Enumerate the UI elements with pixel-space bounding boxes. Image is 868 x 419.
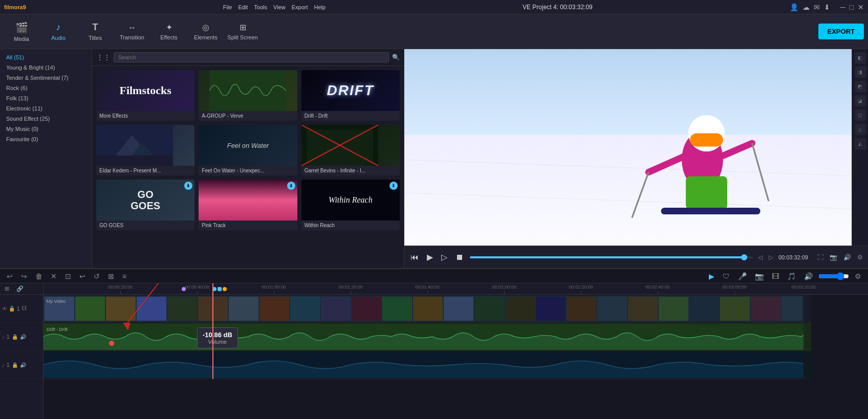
play-button[interactable]: ▶ — [425, 250, 435, 264]
volume-slider[interactable] — [818, 272, 849, 280]
cut-button[interactable]: ✕ — [48, 271, 59, 281]
volume-icon[interactable]: 🔊 — [842, 253, 852, 262]
rotate-button[interactable]: ↩ — [77, 271, 88, 281]
grid-icon[interactable]: ⋮⋮ — [96, 53, 111, 61]
search-input[interactable] — [114, 52, 389, 62]
toolbar-effects[interactable]: ✦ Effects — [151, 16, 186, 47]
close-button[interactable]: ✕ — [858, 3, 864, 11]
toolbar-splitscreen[interactable]: ⊞ Split Screen — [225, 16, 260, 47]
shield-button[interactable]: 🛡 — [720, 271, 732, 281]
menu-file[interactable]: File — [223, 4, 232, 10]
minimize-button[interactable]: ─ — [840, 3, 845, 11]
render-button[interactable]: 🎞 — [769, 271, 782, 281]
panel-btn-6[interactable]: ◬ — [855, 124, 866, 135]
audio-card-feetonwater[interactable]: Feel on Water Feet On Water - Unexpec... — [199, 125, 297, 175]
camera-button[interactable]: 📷 — [752, 271, 766, 281]
titlebar: filmora9 File Edit Tools View Export Hel… — [0, 0, 868, 14]
toolbar-transition[interactable]: ↔ Transition — [115, 16, 149, 47]
maximize-button[interactable]: □ — [850, 3, 854, 11]
panel-btn-2[interactable]: ◨ — [855, 67, 866, 78]
settings-icon[interactable]: ⚙ — [856, 253, 864, 262]
audio-track-2[interactable] — [44, 351, 811, 379]
profile-icon[interactable]: 👤 — [790, 3, 798, 11]
ruler-time-10: 00:03:20:00 — [791, 284, 816, 290]
panel-btn-4[interactable]: ◪ — [855, 95, 866, 106]
audio-card-goes[interactable]: GOGOES ⬇ GO GOES — [96, 180, 194, 230]
cloud-icon[interactable]: ☁ — [802, 3, 810, 11]
rewind-button[interactable]: ⏮ — [408, 251, 421, 264]
category-favourite[interactable]: Favourite (0) — [0, 134, 92, 144]
mic-button[interactable]: 🎤 — [735, 271, 749, 281]
toolbar-elements[interactable]: ◎ Elements — [188, 16, 223, 47]
category-electronic[interactable]: Electronic (11) — [0, 103, 92, 114]
category-young[interactable]: Young & Bright (14) — [0, 62, 92, 73]
crop-button[interactable]: ⊡ — [62, 271, 74, 281]
progress-thumb[interactable] — [741, 254, 747, 260]
track-mute-icon-2[interactable]: 🔊 — [20, 362, 26, 368]
panel-btn-5[interactable]: ◫ — [855, 109, 866, 121]
svg-rect-44 — [689, 297, 719, 321]
category-mymusic[interactable]: My Music (0) — [0, 124, 92, 134]
menu-export[interactable]: Export — [292, 4, 308, 10]
add-track-button[interactable]: ⊞ — [2, 284, 12, 293]
track-lock-icon-2[interactable]: 🔒 — [12, 334, 18, 340]
export-button[interactable]: EXPORT — [818, 24, 864, 39]
expand-left-icon[interactable]: ◁ — [757, 253, 764, 262]
redo-button[interactable]: ↪ — [18, 271, 30, 281]
menu-view[interactable]: View — [273, 4, 286, 10]
search-icon[interactable]: 🔍 — [392, 54, 400, 61]
track-lock-icon[interactable]: 🔒 — [9, 306, 15, 312]
audio-track-timeline[interactable]: Drift - Drift — [44, 323, 811, 351]
video-clip[interactable]: My Video — [44, 296, 804, 322]
mail-icon[interactable]: ✉ — [814, 3, 820, 11]
audio-card-drift[interactable]: DRIFT Drift - Drift — [301, 70, 400, 121]
card-label: Feet On Water - Unexpec... — [199, 166, 297, 175]
menu-help[interactable]: Help — [314, 4, 326, 10]
panel-btn-7[interactable]: ◭ — [855, 138, 866, 149]
delete-button[interactable]: 🗑 — [33, 271, 45, 281]
panel-btn-1[interactable]: ◧ — [855, 52, 866, 63]
timeline-ruler[interactable]: 00:00:20:00 00:00:40:00 00:01:00:00 00:0… — [44, 283, 868, 295]
screenshot-icon[interactable]: 📷 — [829, 253, 838, 262]
audio-clip[interactable]: Drift - Drift — [44, 324, 804, 350]
menu-edit[interactable]: Edit — [238, 4, 248, 10]
stop-button[interactable]: ⏹ — [453, 251, 466, 264]
panel-btn-3[interactable]: ◩ — [855, 81, 866, 92]
audio-card-pink[interactable]: ⬇ Pink Track — [199, 180, 297, 230]
audio-card-verve[interactable]: A-GROUP - Verve — [199, 70, 297, 121]
audio-clip-2[interactable] — [44, 352, 804, 378]
track-labels: ⊞ 🔗 👁 🔒 1 🎞 ♪ 1 — [0, 283, 44, 419]
undo-button[interactable]: ↩ — [4, 271, 15, 281]
category-rock[interactable]: Rock (6) — [0, 83, 92, 93]
play-alt-button[interactable]: ▷ — [439, 250, 449, 264]
toolbar-audio[interactable]: ♪ Audio — [41, 16, 76, 47]
track-lock-icon-3[interactable]: 🔒 — [12, 362, 18, 368]
audio-mix-button[interactable]: 🎵 — [785, 271, 798, 281]
stabilize-button[interactable]: ↺ — [91, 271, 102, 281]
link-button[interactable]: 🔗 — [14, 284, 26, 293]
download-icon[interactable]: ⬇ — [824, 3, 830, 11]
track-visibility-icon[interactable]: 👁 — [2, 306, 7, 312]
audio-card-filmstocks[interactable]: Filmstocks More Effects — [96, 70, 194, 121]
fullscreen-icon[interactable]: ⛶ — [816, 253, 824, 262]
motion-button[interactable]: ⊠ — [105, 271, 117, 281]
audio-card-within[interactable]: Within Reach ⬇ Within Reach — [301, 180, 400, 230]
category-tender[interactable]: Tender & Sentimental (7) — [0, 73, 92, 83]
svg-rect-40 — [567, 297, 596, 321]
expand-right-icon[interactable]: ▷ — [768, 253, 774, 262]
category-soundeffect[interactable]: Sound Effect (25) — [0, 114, 92, 124]
track-mute-icon[interactable]: 🔊 — [20, 334, 26, 340]
audio-card-garret[interactable]: Garret Bevins - Infinite - I... — [301, 125, 400, 175]
toolbar-titles[interactable]: T Titles — [78, 16, 113, 47]
play-timeline-button[interactable]: ▶ — [706, 271, 717, 281]
category-folk[interactable]: Folk (13) — [0, 93, 92, 103]
toolbar-media[interactable]: 🎬 Media — [4, 16, 39, 47]
menu-tools[interactable]: Tools — [254, 4, 267, 10]
settings2-button[interactable]: ⚙ — [852, 271, 864, 281]
audio-waveform-svg: Drift - Drift — [44, 324, 804, 350]
audio-card-eldar[interactable]: Eldar Kedem - Present M... — [96, 125, 194, 175]
progress-bar[interactable] — [470, 256, 753, 258]
video-track[interactable]: My Video — [44, 295, 811, 323]
category-all[interactable]: All (51) — [0, 52, 92, 62]
color-button[interactable]: ≡ — [120, 271, 129, 281]
